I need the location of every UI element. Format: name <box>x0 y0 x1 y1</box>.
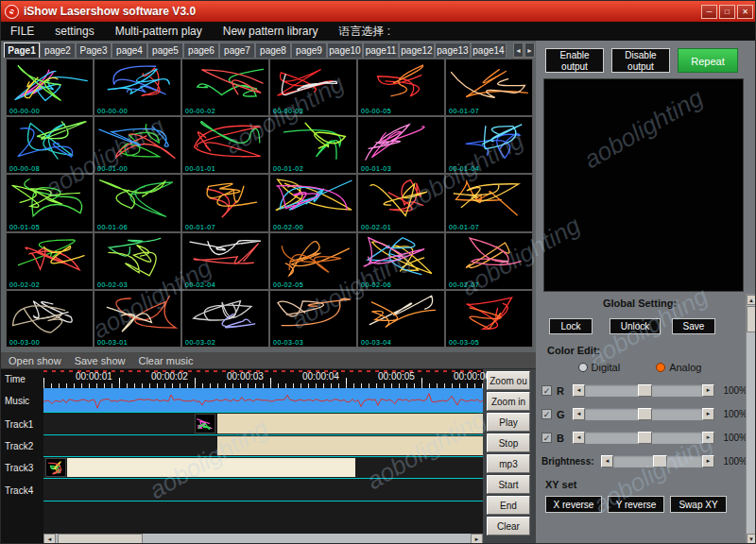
timeline-button-end[interactable]: End <box>487 496 530 515</box>
b-slider-track[interactable] <box>585 432 702 444</box>
pattern-cell-abstract-red[interactable]: 00-00-03 <box>269 59 357 116</box>
g-slider[interactable]: ◄► <box>573 408 714 420</box>
pattern-cell-crane[interactable]: 00-02-04 <box>181 232 269 290</box>
brightness-slider-track[interactable] <box>613 455 702 468</box>
pattern-cell-bird-green[interactable]: 00-02-03 <box>94 232 181 290</box>
tab-page14[interactable]: page14 <box>471 42 507 58</box>
pattern-cell-monkey[interactable]: 00-02-05 <box>269 232 357 290</box>
tab-page5[interactable]: page5 <box>147 42 183 58</box>
pattern-cell-parrot[interactable]: 00-02-02 <box>6 232 94 290</box>
track2-clip[interactable] <box>217 436 483 455</box>
pattern-cell-bird-red-green[interactable]: 00-01-01 <box>181 116 269 174</box>
tab-page3[interactable]: Page3 <box>76 42 112 58</box>
scrollbar-thumb[interactable] <box>747 306 756 332</box>
pattern-cell-goat[interactable]: 00-03-00 <box>6 290 94 348</box>
pattern-cell-figure-orange[interactable]: 00-01-07 <box>445 59 533 116</box>
brightness-slider-left-arrow-icon[interactable]: ◄ <box>601 455 613 468</box>
pattern-cell-flamingo[interactable]: 00-01-03 <box>357 116 445 174</box>
menu-item-3[interactable]: New pattern library <box>223 25 318 38</box>
brightness-slider[interactable]: ◄► <box>601 455 714 468</box>
b-slider-left-arrow-icon[interactable]: ◄ <box>573 432 585 444</box>
menu-item-2[interactable]: Multi-pattern play <box>115 25 202 38</box>
timeline-toolbar-save-show[interactable]: Save show <box>75 355 126 366</box>
timeline-button-start[interactable]: Start <box>487 475 530 494</box>
timeline-button-zoom-in[interactable]: Zoom in <box>487 392 530 411</box>
pattern-cell-horse[interactable]: 00-00-00 <box>6 59 94 116</box>
tab-page13[interactable]: page13 <box>435 42 471 58</box>
timeline-button-clear[interactable]: Clear <box>487 517 530 536</box>
analog-radio[interactable]: Analog <box>656 362 701 373</box>
b-slider[interactable]: ◄► <box>573 432 714 444</box>
tab-page7[interactable]: page7 <box>219 42 255 58</box>
timeline-button-play[interactable]: Play <box>487 413 530 432</box>
timeline-scrollbar[interactable]: ◄ ► <box>43 534 483 544</box>
pattern-cell-frog-green[interactable]: 00-01-02 <box>269 116 357 174</box>
g-slider-left-arrow-icon[interactable]: ◄ <box>573 408 585 420</box>
r-slider-right-arrow-icon[interactable]: ► <box>702 384 714 397</box>
digital-radio[interactable]: Digital <box>578 362 621 373</box>
tab-page10[interactable]: page10 <box>327 42 363 58</box>
xy-button-x-reverse[interactable]: X reverse <box>545 496 602 513</box>
r-slider[interactable]: ◄► <box>573 384 714 397</box>
pattern-cell-bird-blue[interactable]: 00-01-04 <box>445 116 533 174</box>
menu-item-1[interactable]: settings <box>55 25 94 38</box>
pattern-cell-bird-red[interactable]: 00-00-05 <box>357 59 445 116</box>
pattern-cell-moth-red[interactable]: 00-01-07 <box>181 174 269 231</box>
menu-item-4[interactable]: 语言选择 : <box>338 24 390 40</box>
pattern-cell-mouse[interactable]: 00-03-02 <box>181 290 269 348</box>
b-slider-thumb[interactable] <box>638 432 652 444</box>
maximize-button-icon[interactable]: □ <box>719 5 735 19</box>
disable-output-button[interactable]: Disable output <box>611 48 670 73</box>
track1-clip[interactable] <box>217 414 483 434</box>
timeline-toolbar-open-show[interactable]: Open show <box>9 355 61 366</box>
g-checkbox-icon[interactable]: ✓ <box>541 409 552 419</box>
tab-page11[interactable]: page11 <box>363 42 399 58</box>
r-slider-thumb[interactable] <box>638 384 652 397</box>
xy-button-y-reverse[interactable]: Y reverse <box>608 496 664 513</box>
pattern-cell-gecko[interactable]: 00-01-05 <box>6 174 94 231</box>
brightness-slider-thumb[interactable] <box>653 455 667 468</box>
track1-lane[interactable] <box>43 413 483 435</box>
r-checkbox-icon[interactable]: ✓ <box>541 385 552 396</box>
scroll-up-icon[interactable]: ▲ <box>747 295 756 305</box>
timeline-button-zoom-ou[interactable]: Zoom ou <box>487 371 530 390</box>
xy-button-swap-xy[interactable]: Swap XY <box>670 496 727 513</box>
brightness-slider-right-arrow-icon[interactable]: ► <box>702 455 714 468</box>
timeline-button-stop[interactable]: Stop <box>487 434 530 452</box>
pattern-cell-frog-small[interactable]: 00-00-02 <box>181 59 269 116</box>
pattern-cell-bird-orange[interactable]: 00-01-07 <box>445 174 533 231</box>
track2-lane[interactable] <box>43 435 483 457</box>
timeline-button-mp3[interactable]: mp3 <box>487 454 530 473</box>
save-button[interactable]: Save <box>672 318 715 334</box>
pattern-cell-bird-red2[interactable]: 00-02-01 <box>357 174 445 231</box>
pattern-cell-fish[interactable]: 00-00-08 <box>6 116 94 174</box>
lock-button[interactable]: Lock <box>549 318 593 334</box>
g-slider-thumb[interactable] <box>638 408 652 420</box>
tab-page8[interactable]: page8 <box>255 42 291 58</box>
tab-page1[interactable]: Page1 <box>4 42 40 58</box>
tab-page12[interactable]: page12 <box>399 42 435 58</box>
timeline-toolbar-clear-music[interactable]: Clear music <box>138 355 193 366</box>
g-slider-right-arrow-icon[interactable]: ► <box>702 408 714 420</box>
tab-page4[interactable]: page4 <box>112 42 147 58</box>
tab-scroll-right-icon[interactable]: ► <box>524 42 535 58</box>
pattern-cell-dog[interactable]: 00-00-00 <box>94 59 181 116</box>
r-slider-track[interactable] <box>585 384 702 397</box>
pattern-cell-rabbit[interactable]: 00-03-03 <box>269 290 357 348</box>
unlock-button[interactable]: Unlock <box>610 318 661 334</box>
menu-item-0[interactable]: FILE <box>10 25 34 38</box>
track3-lane[interactable] <box>43 457 483 479</box>
tab-page9[interactable]: page9 <box>291 42 327 58</box>
pattern-cell-dancer[interactable]: 00-02-07 <box>445 232 533 290</box>
b-checkbox-icon[interactable]: ✓ <box>541 433 552 443</box>
pattern-cell-spider[interactable]: 00-03-05 <box>445 290 533 348</box>
pattern-cell-vine[interactable]: 00-01-06 <box>94 174 181 231</box>
minimize-button-icon[interactable]: ─ <box>701 5 717 19</box>
pattern-cell-peacock-small[interactable]: 00-02-00 <box>269 174 357 231</box>
pattern-cell-llama[interactable]: 00-03-04 <box>357 290 445 348</box>
track3-pattern-thumbnail[interactable] <box>45 458 66 477</box>
tab-page6[interactable]: page6 <box>183 42 219 58</box>
tab-page2[interactable]: page2 <box>40 42 76 58</box>
tab-scroll-left-icon[interactable]: ◄ <box>513 42 524 58</box>
pattern-cell-heron[interactable]: 00-03-01 <box>94 290 181 348</box>
